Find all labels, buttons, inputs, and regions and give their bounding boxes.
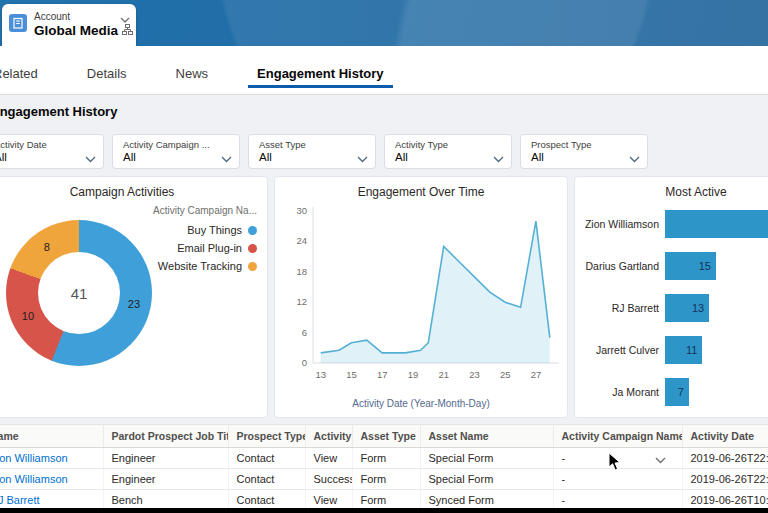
table-cell: Success <box>305 469 352 490</box>
filter-dropdown[interactable]: Asset TypeAll <box>248 134 376 169</box>
table-cell: Contact <box>228 469 305 490</box>
svg-text:18: 18 <box>296 266 307 277</box>
donut-slice-value: 10 <box>22 310 34 322</box>
bar[interactable]: 15 <box>665 252 716 280</box>
svg-text:17: 17 <box>377 369 388 380</box>
donut-chart[interactable]: 41 23108 <box>6 220 152 366</box>
letterbox-bar <box>0 508 768 513</box>
table-cell: 2019-06-26T22:27:0 <box>682 469 768 490</box>
bar-value-label: 11 <box>686 344 697 356</box>
column-header[interactable]: Activity Date <box>682 425 768 448</box>
chevron-down-icon[interactable] <box>655 454 666 466</box>
account-icon <box>9 14 27 36</box>
legend-label: Buy Things <box>187 224 242 236</box>
most-active-row: Darius Gartland15 <box>575 245 768 287</box>
legend-swatch-icon <box>248 226 257 235</box>
table-header-row: NamePardot Prospect Job TitleProspect Ty… <box>0 425 768 448</box>
column-header[interactable]: Activity <box>305 425 352 448</box>
engagement-table: NamePardot Prospect Job TitleProspect Ty… <box>0 424 768 511</box>
bar-value-label: 13 <box>692 302 704 314</box>
filter-value: All <box>531 151 625 163</box>
table-cell: Special Form <box>420 448 553 469</box>
bar-category-label: Zion Williamson <box>575 218 659 230</box>
svg-text:23: 23 <box>469 369 480 380</box>
table-row[interactable]: Zion WilliamsonEngineerContactSuccessFor… <box>0 469 768 490</box>
bar-value-label: 15 <box>699 260 711 272</box>
app-window: Account Global Media RelatedDetailsNewsE… <box>0 0 768 513</box>
chevron-down-icon[interactable] <box>120 9 130 27</box>
table-cell: Form <box>352 469 420 490</box>
chart-title: Most Active <box>575 177 768 199</box>
tab-related[interactable]: Related <box>0 66 41 94</box>
filter-dropdown[interactable]: Activity Campaign ...All <box>112 134 240 169</box>
bar-value-label: 7 <box>678 386 684 398</box>
chevron-down-icon <box>493 149 504 167</box>
svg-text:30: 30 <box>296 205 307 216</box>
svg-text:15: 15 <box>346 369 357 380</box>
table-cell: Zion Williamson <box>0 469 103 490</box>
svg-text:13: 13 <box>315 369 326 380</box>
svg-text:21: 21 <box>438 369 449 380</box>
filter-label: Activity Type <box>395 139 489 150</box>
svg-text:0: 0 <box>302 357 307 368</box>
table-cell: Contact <box>228 448 305 469</box>
record-link[interactable]: RJ Barrett <box>0 494 40 506</box>
donut-slice-value: 8 <box>44 241 50 253</box>
bar-category-label: RJ Barrett <box>575 302 659 314</box>
most-active-row: Zion Williamson <box>575 203 768 245</box>
filter-bar: Activity DateAllActivity Campaign ...All… <box>0 134 648 169</box>
campaign-activities-panel: Campaign Activities 41 23108 Activity Ca… <box>0 176 268 418</box>
column-header[interactable]: Asset Type <box>352 425 420 448</box>
bar[interactable]: 11 <box>665 336 702 364</box>
tab-engagement-history[interactable]: Engagement History <box>254 66 386 94</box>
filter-label: Activity Date <box>0 139 81 150</box>
global-header: Account Global Media <box>0 0 768 46</box>
most-active-row: Jarrett Culver11 <box>575 329 768 371</box>
record-link[interactable]: Zion Williamson <box>0 452 68 464</box>
table-cell: Form <box>352 448 420 469</box>
column-header[interactable]: Prospect Type <box>228 425 305 448</box>
column-header[interactable]: Name <box>0 425 103 448</box>
bar[interactable]: 13 <box>665 294 709 322</box>
most-active-row: Ja Morant7 <box>575 371 768 413</box>
filter-dropdown[interactable]: Activity DateAll <box>0 134 104 169</box>
filter-value: All <box>395 151 489 163</box>
svg-text:25: 25 <box>500 369 511 380</box>
bar-category-label: Ja Morant <box>575 386 659 398</box>
column-header[interactable]: Pardot Prospect Job Title <box>103 425 228 448</box>
bar[interactable] <box>665 210 768 238</box>
legend-label: Website Tracking <box>158 260 242 272</box>
tab-details[interactable]: Details <box>84 66 130 94</box>
donut-slice-value: 23 <box>128 298 140 310</box>
svg-text:12: 12 <box>296 296 307 307</box>
record-link[interactable]: Zion Williamson <box>0 473 68 485</box>
chart-title: Campaign Activities <box>0 177 267 199</box>
legend-title: Activity Campaign Na... <box>115 205 257 216</box>
bar-category-label: Jarrett Culver <box>575 344 659 356</box>
column-header[interactable]: Activity Campaign Name <box>553 425 682 448</box>
column-header[interactable]: Asset Name <box>420 425 553 448</box>
table-cell: Engineer <box>103 469 228 490</box>
chart-title: Engagement Over Time <box>275 177 567 199</box>
bar[interactable]: 7 <box>665 378 689 406</box>
table-row[interactable]: Zion WilliamsonEngineerContactViewFormSp… <box>0 448 768 469</box>
table-cell: - <box>553 448 682 469</box>
table-cell: Zion Williamson <box>0 448 103 469</box>
x-axis-label: Activity Date (Year-Month-Day) <box>275 398 567 409</box>
engagement-over-time-panel: Engagement Over Time 0612182430131517192… <box>274 176 568 418</box>
filter-dropdown[interactable]: Prospect TypeAll <box>520 134 648 169</box>
filter-value: All <box>0 151 81 163</box>
tab-news[interactable]: News <box>173 66 212 94</box>
chevron-down-icon <box>357 149 368 167</box>
svg-text:27: 27 <box>531 369 542 380</box>
engagement-chart[interactable]: 06121824301315171921232527 <box>275 201 569 391</box>
bar-category-label: Darius Gartland <box>575 260 659 272</box>
chevron-down-icon <box>85 149 96 167</box>
table-cell: Engineer <box>103 448 228 469</box>
legend-swatch-icon <box>248 262 257 271</box>
donut-total: 41 <box>6 220 152 366</box>
account-nav-tab[interactable]: Account Global Media <box>2 4 136 46</box>
page-title: Engagement History <box>0 104 117 119</box>
filter-dropdown[interactable]: Activity TypeAll <box>384 134 512 169</box>
record-title: Global Media <box>34 23 118 39</box>
